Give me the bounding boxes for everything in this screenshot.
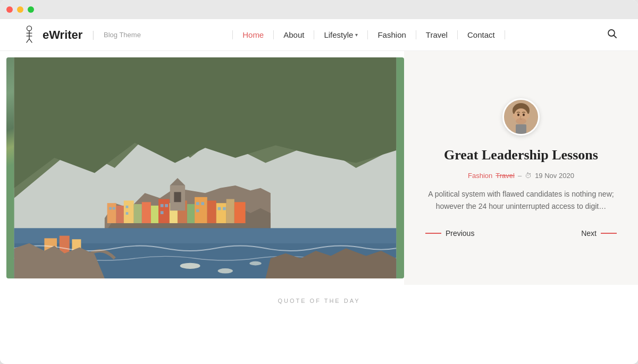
- svg-rect-30: [126, 206, 129, 208]
- previous-label: Previous: [446, 229, 474, 238]
- avatar: [502, 98, 540, 136]
- minimize-button[interactable]: [17, 6, 23, 13]
- nav-item-about[interactable]: About: [274, 30, 314, 39]
- svg-point-46: [180, 263, 200, 269]
- svg-point-56: [516, 118, 526, 124]
- site-header: eWriter | Blog Theme Home About Lifestyl…: [0, 19, 638, 51]
- article-date: 19 Nov 2020: [535, 172, 574, 180]
- svg-point-55: [523, 113, 525, 116]
- logo-divider: |: [92, 29, 94, 40]
- svg-rect-32: [161, 204, 164, 207]
- svg-rect-59: [516, 124, 526, 134]
- article-title: Great Leadership Lessons: [444, 146, 598, 164]
- quote-section: QUOTE OF THE DAY: [0, 285, 638, 316]
- svg-point-48: [249, 261, 262, 266]
- svg-rect-31: [126, 212, 129, 215]
- svg-rect-16: [134, 204, 142, 223]
- svg-rect-25: [216, 203, 226, 223]
- svg-rect-18: [151, 206, 158, 223]
- svg-rect-36: [201, 202, 204, 205]
- next-button[interactable]: Next: [581, 229, 617, 238]
- article-excerpt: A political system with flawed candidate…: [425, 188, 617, 214]
- svg-rect-14: [116, 206, 124, 223]
- nav-item-home[interactable]: Home: [232, 30, 274, 39]
- tag-fashion[interactable]: Fashion: [468, 172, 492, 180]
- website: eWriter | Blog Theme Home About Lifestyl…: [0, 19, 638, 364]
- svg-rect-26: [226, 199, 234, 223]
- previous-button[interactable]: Previous: [425, 229, 474, 238]
- svg-rect-22: [187, 204, 195, 223]
- clock-icon: ⏱: [525, 172, 532, 180]
- svg-rect-37: [196, 209, 199, 213]
- svg-line-5: [614, 36, 616, 38]
- browser-window: eWriter | Blog Theme Home About Lifestyl…: [0, 0, 638, 364]
- svg-point-54: [517, 113, 519, 116]
- main-nav: Home About Lifestyle ▾ Fashion Travel Co…: [232, 30, 505, 39]
- svg-point-47: [218, 268, 233, 273]
- svg-rect-24: [207, 200, 216, 223]
- tag-travel[interactable]: Travel: [496, 172, 515, 180]
- svg-rect-17: [142, 202, 151, 223]
- meta-dash: –: [518, 172, 522, 180]
- svg-rect-42: [174, 192, 181, 202]
- search-icon[interactable]: [607, 29, 617, 41]
- quote-label: QUOTE OF THE DAY: [278, 298, 360, 304]
- logo-area: eWriter | Blog Theme: [21, 26, 141, 45]
- logo-icon: [21, 26, 37, 45]
- svg-point-58: [526, 114, 530, 118]
- chevron-down-icon: ▾: [355, 32, 358, 38]
- svg-rect-29: [113, 207, 115, 210]
- svg-rect-19: [158, 199, 170, 223]
- svg-rect-12: [14, 228, 397, 243]
- nav-item-lifestyle[interactable]: Lifestyle ▾: [314, 30, 368, 39]
- hero-section: Great Leadership Lessons Fashion Travel …: [0, 51, 638, 285]
- svg-rect-39: [223, 207, 226, 210]
- svg-rect-15: [124, 200, 134, 223]
- traffic-lights: [6, 6, 34, 13]
- svg-rect-38: [218, 207, 221, 210]
- title-bar: [0, 0, 638, 19]
- nav-item-travel[interactable]: Travel: [416, 30, 458, 39]
- hero-image: [6, 57, 404, 278]
- svg-rect-35: [196, 202, 199, 205]
- pagination-buttons: Previous Next: [425, 229, 617, 238]
- svg-rect-33: [165, 204, 168, 207]
- svg-rect-28: [109, 207, 112, 210]
- svg-rect-27: [234, 202, 246, 223]
- svg-point-57: [513, 114, 516, 118]
- maximize-button[interactable]: [28, 6, 34, 13]
- next-label: Next: [581, 229, 597, 238]
- prev-line: [425, 233, 441, 234]
- svg-rect-34: [161, 211, 164, 214]
- nav-item-contact[interactable]: Contact: [458, 30, 505, 39]
- article-meta: Fashion Travel – ⏱ 19 Nov 2020: [468, 172, 574, 180]
- next-line: [601, 233, 617, 234]
- svg-rect-13: [107, 203, 116, 223]
- nav-item-fashion[interactable]: Fashion: [368, 30, 416, 39]
- close-button[interactable]: [6, 6, 13, 13]
- article-panel: Great Leadership Lessons Fashion Travel …: [404, 51, 638, 285]
- svg-point-0: [27, 26, 32, 30]
- logo-text: eWriter: [43, 28, 82, 42]
- logo-tagline: Blog Theme: [104, 31, 141, 39]
- main-content: Great Leadership Lessons Fashion Travel …: [0, 51, 638, 364]
